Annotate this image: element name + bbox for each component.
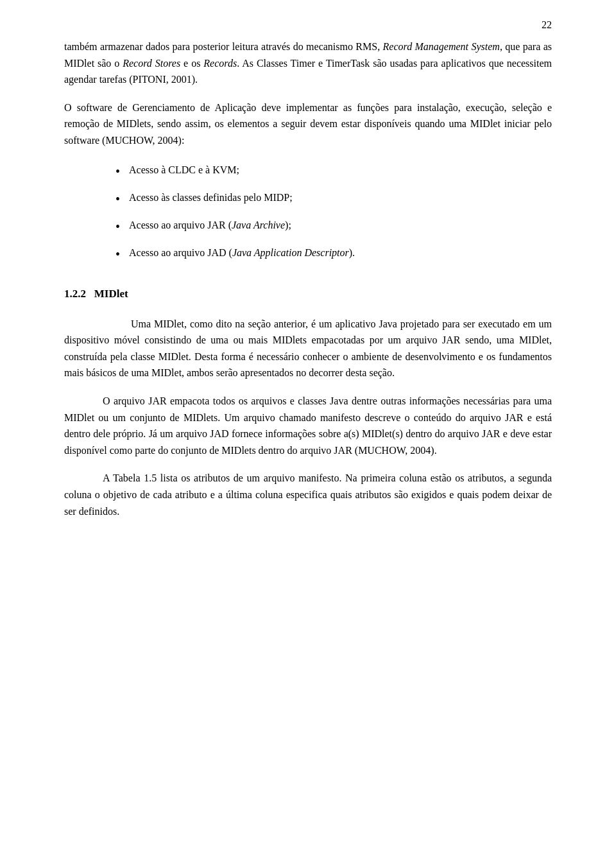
page-container: 22 também armazenar dados para posterior…: [0, 0, 616, 848]
bullet-item-1: Acesso à CLDC e à KVM;: [116, 162, 552, 182]
bullet-list: Acesso à CLDC e à KVM; Acesso às classes…: [116, 162, 552, 264]
paragraph-1: também armazenar dados para posterior le…: [64, 39, 552, 88]
bullet-item-2: Acesso às classes definidas pelo MIDP;: [116, 189, 552, 209]
paragraph-2: O software de Gerenciamento de Aplicação…: [64, 100, 552, 149]
section-heading: 1.2.2 MIDlet: [64, 288, 552, 300]
page-number: 22: [542, 19, 552, 31]
section-1-2-2: 1.2.2 MIDlet Uma MIDlet, como dito na se…: [64, 288, 552, 520]
section-number: 1.2.2 MIDlet: [64, 288, 128, 300]
bullet-item-3: Acesso ao arquivo JAR (Java Archive);: [116, 217, 552, 237]
bullet-item-3-text: Acesso ao arquivo JAR (Java Archive);: [129, 217, 291, 234]
paragraph-3: Uma MIDlet, como dito na seção anterior,…: [64, 316, 552, 381]
paragraph-4: O arquivo JAR empacota todos os arquivos…: [64, 393, 552, 458]
bullet-item-1-text: Acesso à CLDC e à KVM;: [129, 162, 239, 178]
bullet-item-4-text: Acesso ao arquivo JAD (Java Application …: [129, 245, 355, 261]
paragraph-5: A Tabela 1.5 lista os atributos de um ar…: [64, 470, 552, 519]
bullet-item-4: Acesso ao arquivo JAD (Java Application …: [116, 245, 552, 264]
bullet-item-2-text: Acesso às classes definidas pelo MIDP;: [129, 189, 293, 206]
